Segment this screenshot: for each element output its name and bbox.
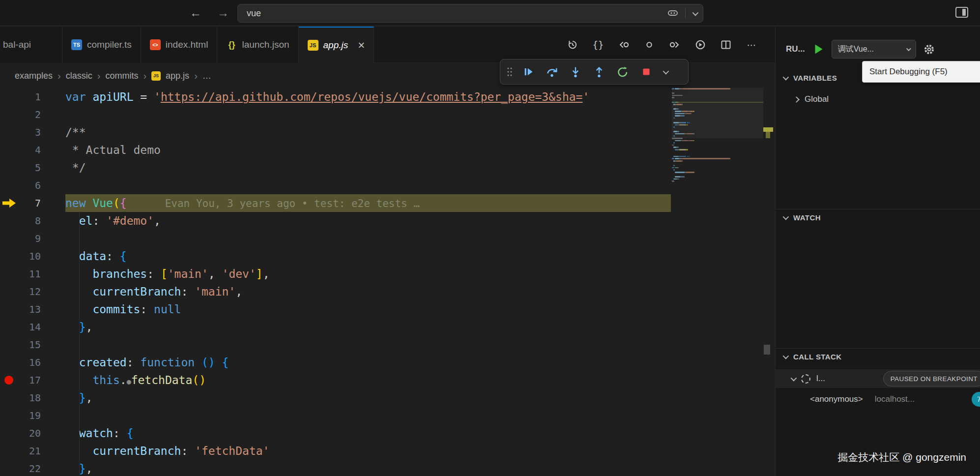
tab-launch-json[interactable]: {} launch.json <box>217 27 298 63</box>
forward-arrow-icon[interactable]: → <box>217 6 229 20</box>
chevron-down-icon[interactable] <box>692 9 699 16</box>
call-stack-frame-row[interactable]: <anonymous> localhost... 7 <box>776 390 980 408</box>
gutter[interactable]: 15 <box>0 336 47 354</box>
step-over-button[interactable] <box>541 61 563 82</box>
code-line[interactable]: 9 <box>0 230 775 247</box>
code-line[interactable]: 6 <box>0 177 775 194</box>
code-line[interactable]: 2 <box>0 106 775 123</box>
gear-icon[interactable] <box>923 43 935 56</box>
breadcrumb-item-examples[interactable]: examples <box>15 71 53 81</box>
code-line[interactable]: 16 created: function () { <box>0 354 775 371</box>
breadcrumb-item-classic[interactable]: classic <box>66 71 92 81</box>
workbench: bal-api TS compiler.ts <> index.html {} … <box>0 27 980 476</box>
code-line[interactable]: 21 currentBranch: 'fetchData' <box>0 442 775 460</box>
minimap-segment <box>675 88 679 89</box>
gutter[interactable]: 22 <box>0 460 47 476</box>
minimap[interactable] <box>672 88 763 211</box>
call-stack-section-header[interactable]: CALL STACK <box>776 348 980 365</box>
line-number: 4 <box>35 141 41 159</box>
more-actions-icon[interactable]: ⋯ <box>741 34 762 55</box>
gutter[interactable]: 12 <box>0 283 47 300</box>
code-line[interactable]: 19 <box>0 407 775 424</box>
drag-handle-icon[interactable] <box>503 61 516 82</box>
minimap-segment <box>672 167 674 169</box>
code-line[interactable]: 12 currentBranch: 'main', <box>0 283 775 300</box>
breakpoint-icon[interactable] <box>4 376 13 385</box>
tab-index-html[interactable]: <> index.html <box>141 27 218 63</box>
gutter[interactable]: 21 <box>0 442 47 460</box>
back-arrow-icon[interactable]: ← <box>190 6 202 20</box>
gutter[interactable]: 19 <box>0 407 47 424</box>
gutter[interactable]: 7 <box>0 194 47 212</box>
breadcrumb-item-symbol[interactable]: … <box>202 71 211 81</box>
code-line[interactable]: 22 }, <box>0 460 775 476</box>
code-line[interactable]: 3/** <box>0 123 775 141</box>
gutter[interactable]: 16 <box>0 354 47 371</box>
code-line[interactable]: 8 el: '#demo', <box>0 212 775 230</box>
split-editor-icon[interactable] <box>716 34 736 55</box>
gutter[interactable]: 1 <box>0 88 47 106</box>
gutter[interactable]: 6 <box>0 177 47 194</box>
gutter[interactable]: 9 <box>0 230 47 247</box>
braces-icon[interactable]: {} <box>588 34 608 55</box>
gutter[interactable]: 13 <box>0 300 47 318</box>
debug-configuration-select[interactable]: 调试Vue... <box>832 40 916 59</box>
start-debugging-button[interactable] <box>812 43 825 56</box>
gutter[interactable]: 20 <box>0 424 47 442</box>
code-line[interactable]: 14 }, <box>0 318 775 336</box>
chevron-separator-icon: › <box>194 70 198 82</box>
code-line[interactable]: 20 watch: { <box>0 424 775 442</box>
code-line[interactable]: 15 <box>0 336 775 354</box>
call-stack-session-row[interactable]: l... PAUSED ON BREAKPOINT <box>776 369 980 388</box>
gutter[interactable]: 3 <box>0 123 47 141</box>
gutter[interactable]: 8 <box>0 212 47 230</box>
code-line[interactable]: 4 * Actual demo <box>0 141 775 159</box>
run-and-debug-sidebar: RU... 调试Vue... VARIABLES Global Start De… <box>775 27 980 476</box>
step-out-button[interactable] <box>588 61 610 82</box>
code-line[interactable]: 10 data: { <box>0 247 775 265</box>
variables-scope-global[interactable]: Global <box>776 91 980 108</box>
breadcrumb-item-app-js[interactable]: app.js <box>166 71 189 81</box>
debug-toolbar-chevron-icon[interactable] <box>659 61 671 82</box>
gutter[interactable]: 17 <box>0 371 47 389</box>
code-line[interactable]: 18 }, <box>0 389 775 407</box>
gutter[interactable]: 4 <box>0 141 47 159</box>
minimap-segment <box>675 176 680 178</box>
restart-button[interactable] <box>611 61 634 82</box>
next-change-icon[interactable] <box>664 34 685 55</box>
run-or-debug-icon[interactable] <box>690 34 711 55</box>
watch-section-header[interactable]: WATCH <box>776 209 980 226</box>
scope-label: Global <box>805 94 829 104</box>
gutter[interactable]: 14 <box>0 318 47 336</box>
customize-layout-icon[interactable] <box>955 7 968 18</box>
code-editor[interactable]: 1var apiURL = 'https://api.github.com/re… <box>0 88 775 476</box>
code-line[interactable]: 1var apiURL = 'https://api.github.com/re… <box>0 88 775 106</box>
paused-on-breakpoint-badge: PAUSED ON BREAKPOINT <box>883 371 980 387</box>
code-token: : <box>106 250 120 263</box>
tab-app-js[interactable]: JS app.js × <box>299 27 375 63</box>
breadcrumb-item-commits[interactable]: commits <box>105 71 138 81</box>
previous-change-icon[interactable] <box>613 34 634 55</box>
tab-compiler-ts[interactable]: TS compiler.ts <box>62 27 141 63</box>
step-into-button[interactable] <box>564 61 587 82</box>
gutter[interactable]: 5 <box>0 159 47 177</box>
gutter[interactable]: 10 <box>0 247 47 265</box>
code-line[interactable]: 7new Vue({Evan You, 3 years ago • test: … <box>0 194 775 212</box>
gutter[interactable]: 11 <box>0 265 47 283</box>
change-marker-icon[interactable] <box>639 34 660 55</box>
code-line[interactable]: 5 */ <box>0 159 775 177</box>
gutter[interactable]: 2 <box>0 106 47 123</box>
tab-bal-api[interactable]: bal-api <box>0 27 62 63</box>
code-line[interactable]: 13 commits: null <box>0 300 775 318</box>
code-line[interactable]: 11 branches: ['main', 'dev'], <box>0 265 775 283</box>
continue-button[interactable] <box>517 61 540 82</box>
local-history-icon[interactable] <box>562 34 583 55</box>
code-token: : <box>92 214 106 227</box>
line-number: 10 <box>29 247 41 265</box>
gutter[interactable]: 18 <box>0 389 47 407</box>
copilot-icon[interactable] <box>667 9 678 18</box>
code-line[interactable]: 17 this.●fetchData() <box>0 371 775 389</box>
command-center-search[interactable]: vue <box>237 4 703 23</box>
close-tab-icon[interactable]: × <box>358 39 365 51</box>
stop-button[interactable] <box>635 61 658 82</box>
